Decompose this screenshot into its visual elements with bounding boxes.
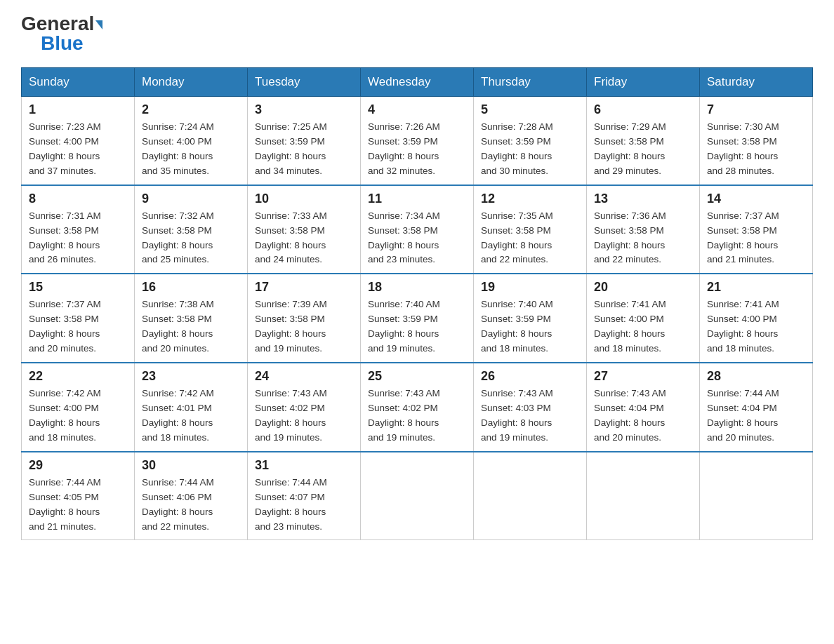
calendar-cell [700, 452, 813, 540]
calendar-cell: 25 Sunrise: 7:43 AM Sunset: 4:02 PM Dayl… [361, 363, 474, 452]
day-info: Sunrise: 7:42 AM Sunset: 4:00 PM Dayligh… [29, 387, 127, 445]
day-info: Sunrise: 7:26 AM Sunset: 3:59 PM Dayligh… [368, 120, 466, 179]
col-header-monday: Monday [135, 68, 248, 97]
calendar-cell: 6 Sunrise: 7:29 AM Sunset: 3:58 PM Dayli… [587, 97, 700, 185]
calendar-cell: 31 Sunrise: 7:44 AM Sunset: 4:07 PM Dayl… [248, 452, 361, 540]
calendar-cell: 28 Sunrise: 7:44 AM Sunset: 4:04 PM Dayl… [700, 363, 813, 452]
calendar-cell: 12 Sunrise: 7:35 AM Sunset: 3:58 PM Dayl… [474, 185, 587, 274]
calendar-cell [587, 452, 700, 540]
col-header-friday: Friday [587, 68, 700, 97]
calendar-cell: 19 Sunrise: 7:40 AM Sunset: 3:59 PM Dayl… [474, 274, 587, 363]
col-header-wednesday: Wednesday [361, 68, 474, 97]
day-number: 2 [142, 102, 240, 117]
calendar-table: SundayMondayTuesdayWednesdayThursdayFrid… [21, 67, 813, 540]
col-header-thursday: Thursday [474, 68, 587, 97]
calendar-cell: 18 Sunrise: 7:40 AM Sunset: 3:59 PM Dayl… [361, 274, 474, 363]
day-number: 3 [255, 102, 353, 117]
calendar-cell: 26 Sunrise: 7:43 AM Sunset: 4:03 PM Dayl… [474, 363, 587, 452]
day-number: 20 [594, 280, 692, 295]
calendar-cell: 17 Sunrise: 7:39 AM Sunset: 3:58 PM Dayl… [248, 274, 361, 363]
calendar-cell: 27 Sunrise: 7:43 AM Sunset: 4:04 PM Dayl… [587, 363, 700, 452]
day-number: 16 [142, 280, 240, 295]
day-number: 28 [707, 369, 805, 384]
day-info: Sunrise: 7:31 AM Sunset: 3:58 PM Dayligh… [29, 209, 127, 268]
day-info: Sunrise: 7:29 AM Sunset: 3:58 PM Dayligh… [594, 120, 692, 179]
calendar-cell: 14 Sunrise: 7:37 AM Sunset: 3:58 PM Dayl… [700, 185, 813, 274]
day-info: Sunrise: 7:39 AM Sunset: 3:58 PM Dayligh… [255, 297, 353, 356]
day-number: 14 [707, 192, 805, 206]
day-number: 22 [29, 369, 127, 384]
col-header-tuesday: Tuesday [248, 68, 361, 97]
day-info: Sunrise: 7:43 AM Sunset: 4:04 PM Dayligh… [594, 387, 692, 445]
week-row-3: 15 Sunrise: 7:37 AM Sunset: 3:58 PM Dayl… [22, 274, 813, 363]
calendar-cell: 16 Sunrise: 7:38 AM Sunset: 3:58 PM Dayl… [135, 274, 248, 363]
day-number: 25 [368, 369, 466, 384]
week-row-4: 22 Sunrise: 7:42 AM Sunset: 4:00 PM Dayl… [22, 363, 813, 452]
calendar-cell: 8 Sunrise: 7:31 AM Sunset: 3:58 PM Dayli… [22, 185, 135, 274]
col-header-sunday: Sunday [22, 68, 135, 97]
calendar-cell: 4 Sunrise: 7:26 AM Sunset: 3:59 PM Dayli… [361, 97, 474, 185]
logo-blue-text: Blue [41, 34, 84, 53]
day-number: 15 [29, 280, 127, 295]
page-header: General Blue [21, 14, 813, 53]
day-info: Sunrise: 7:44 AM Sunset: 4:06 PM Dayligh… [142, 476, 240, 535]
day-number: 12 [481, 192, 579, 206]
calendar-cell: 20 Sunrise: 7:41 AM Sunset: 4:00 PM Dayl… [587, 274, 700, 363]
calendar-cell: 7 Sunrise: 7:30 AM Sunset: 3:58 PM Dayli… [700, 97, 813, 185]
day-number: 29 [29, 458, 127, 473]
col-header-saturday: Saturday [700, 68, 813, 97]
day-number: 9 [142, 192, 240, 206]
day-info: Sunrise: 7:44 AM Sunset: 4:07 PM Dayligh… [255, 476, 353, 535]
day-number: 19 [481, 280, 579, 295]
calendar-cell: 13 Sunrise: 7:36 AM Sunset: 3:58 PM Dayl… [587, 185, 700, 274]
day-info: Sunrise: 7:42 AM Sunset: 4:01 PM Dayligh… [142, 387, 240, 445]
day-info: Sunrise: 7:43 AM Sunset: 4:02 PM Dayligh… [368, 387, 466, 445]
day-info: Sunrise: 7:37 AM Sunset: 3:58 PM Dayligh… [707, 209, 805, 268]
day-number: 8 [29, 192, 127, 206]
day-info: Sunrise: 7:37 AM Sunset: 3:58 PM Dayligh… [29, 297, 127, 356]
day-number: 17 [255, 280, 353, 295]
day-number: 5 [481, 102, 579, 117]
day-number: 4 [368, 102, 466, 117]
day-info: Sunrise: 7:43 AM Sunset: 4:02 PM Dayligh… [255, 387, 353, 445]
calendar-cell: 24 Sunrise: 7:43 AM Sunset: 4:02 PM Dayl… [248, 363, 361, 452]
calendar-cell: 1 Sunrise: 7:23 AM Sunset: 4:00 PM Dayli… [22, 97, 135, 185]
calendar-cell: 30 Sunrise: 7:44 AM Sunset: 4:06 PM Dayl… [135, 452, 248, 540]
calendar-cell: 23 Sunrise: 7:42 AM Sunset: 4:01 PM Dayl… [135, 363, 248, 452]
day-info: Sunrise: 7:23 AM Sunset: 4:00 PM Dayligh… [29, 120, 127, 179]
day-info: Sunrise: 7:38 AM Sunset: 3:58 PM Dayligh… [142, 297, 240, 356]
calendar-cell: 21 Sunrise: 7:41 AM Sunset: 4:00 PM Dayl… [700, 274, 813, 363]
day-number: 11 [368, 192, 466, 206]
day-number: 27 [594, 369, 692, 384]
day-info: Sunrise: 7:36 AM Sunset: 3:58 PM Dayligh… [594, 209, 692, 268]
day-info: Sunrise: 7:44 AM Sunset: 4:05 PM Dayligh… [29, 476, 127, 535]
day-info: Sunrise: 7:28 AM Sunset: 3:59 PM Dayligh… [481, 120, 579, 179]
day-number: 10 [255, 192, 353, 206]
day-info: Sunrise: 7:41 AM Sunset: 4:00 PM Dayligh… [594, 297, 692, 356]
day-info: Sunrise: 7:44 AM Sunset: 4:04 PM Dayligh… [707, 387, 805, 445]
calendar-cell [474, 452, 587, 540]
calendar-cell: 22 Sunrise: 7:42 AM Sunset: 4:00 PM Dayl… [22, 363, 135, 452]
day-info: Sunrise: 7:43 AM Sunset: 4:03 PM Dayligh… [481, 387, 579, 445]
calendar-cell: 11 Sunrise: 7:34 AM Sunset: 3:58 PM Dayl… [361, 185, 474, 274]
day-info: Sunrise: 7:30 AM Sunset: 3:58 PM Dayligh… [707, 120, 805, 179]
calendar-cell: 3 Sunrise: 7:25 AM Sunset: 3:59 PM Dayli… [248, 97, 361, 185]
day-info: Sunrise: 7:32 AM Sunset: 3:58 PM Dayligh… [142, 209, 240, 268]
day-number: 1 [29, 102, 127, 117]
calendar-cell: 10 Sunrise: 7:33 AM Sunset: 3:58 PM Dayl… [248, 185, 361, 274]
day-number: 23 [142, 369, 240, 384]
week-row-2: 8 Sunrise: 7:31 AM Sunset: 3:58 PM Dayli… [22, 185, 813, 274]
day-info: Sunrise: 7:35 AM Sunset: 3:58 PM Dayligh… [481, 209, 579, 268]
logo-general-text: General [21, 14, 102, 34]
day-number: 31 [255, 458, 353, 473]
logo: General Blue [21, 14, 102, 53]
day-info: Sunrise: 7:41 AM Sunset: 4:00 PM Dayligh… [707, 297, 805, 356]
day-number: 24 [255, 369, 353, 384]
day-info: Sunrise: 7:24 AM Sunset: 4:00 PM Dayligh… [142, 120, 240, 179]
day-info: Sunrise: 7:40 AM Sunset: 3:59 PM Dayligh… [368, 297, 466, 356]
calendar-cell: 5 Sunrise: 7:28 AM Sunset: 3:59 PM Dayli… [474, 97, 587, 185]
day-number: 30 [142, 458, 240, 473]
calendar-cell: 9 Sunrise: 7:32 AM Sunset: 3:58 PM Dayli… [135, 185, 248, 274]
day-number: 7 [707, 102, 805, 117]
day-number: 13 [594, 192, 692, 206]
